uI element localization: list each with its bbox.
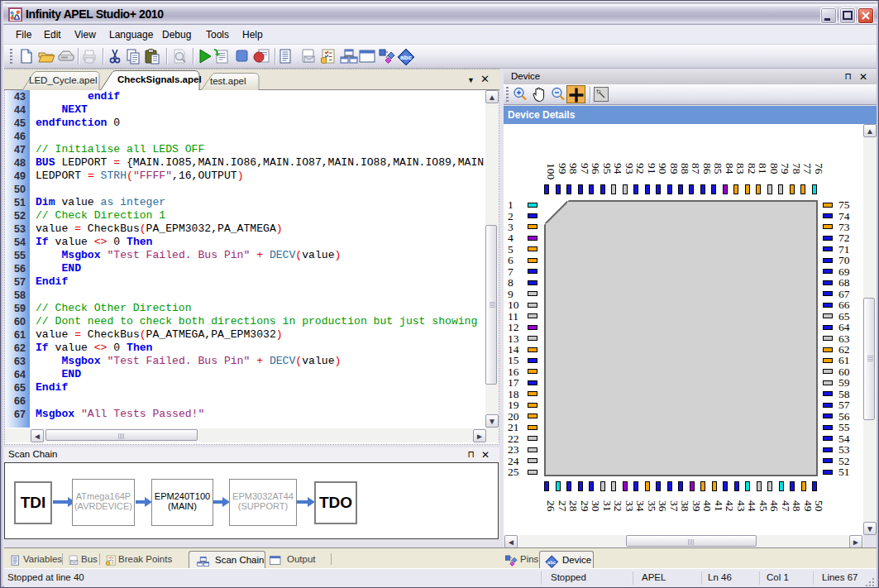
svg-text:abc: abc [400,54,412,61]
svg-text:abc: abc [547,560,557,565]
